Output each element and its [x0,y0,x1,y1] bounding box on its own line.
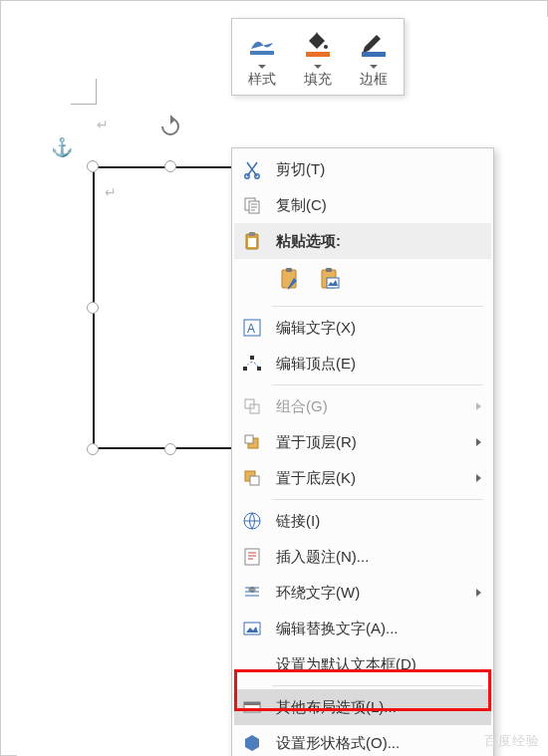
menu-format-shape[interactable]: 设置形状格式(O)... [234,725,491,756]
menu-more-layout[interactable]: 其他布局选项(L)... [234,689,491,725]
menu-label: 编辑文字(X) [276,319,487,338]
submenu-arrow-icon [476,589,481,597]
rectangle-shape[interactable] [93,166,248,449]
mini-toolbar: 样式 填充 边框 [231,18,405,96]
resize-handle[interactable] [87,302,99,314]
menu-label: 其他布局选项(L)... [276,698,487,717]
fill-label: 填充 [304,71,332,89]
menu-label: 剪切(T) [276,160,487,179]
send-back-icon [238,464,266,492]
menu-edit-points[interactable]: 编辑顶点(E) [234,346,491,381]
menu-group: 组合(G) [234,388,491,424]
shape-fill-button[interactable]: 填充 [290,23,346,91]
cut-icon [238,155,266,183]
submenu-arrow-icon [476,438,481,446]
menu-edit-text[interactable]: A 编辑文字(X) [234,310,491,346]
svg-point-1 [324,45,328,49]
svg-rect-10 [248,238,256,247]
menu-alt-text[interactable]: 编辑替换文字(A)... [234,611,491,646]
menu-label: 编辑顶点(E) [276,355,487,374]
anchor-icon: ⚓ [51,136,73,158]
menu-label: 置于顶层(R) [276,433,476,452]
rotate-handle-icon[interactable] [158,115,182,138]
svg-rect-24 [245,435,253,443]
margin-corner [71,79,97,105]
menu-separator [272,499,483,500]
paste-icon [238,227,266,255]
dropdown-icon [370,65,378,69]
group-icon [238,392,266,420]
resize-handle[interactable] [87,160,99,172]
outline-label: 边框 [360,71,388,89]
svg-rect-0 [250,51,274,55]
style-icon [242,27,282,61]
svg-rect-2 [306,52,330,57]
svg-rect-20 [250,356,254,360]
dropdown-icon [314,65,322,69]
shape-outline-button[interactable]: 边框 [346,23,402,91]
paste-as-picture-button[interactable] [314,263,348,297]
submenu-arrow-icon [476,402,481,410]
menu-label: 环绕文字(W) [276,584,476,603]
menu-label: 复制(C) [276,196,487,215]
menu-label: 链接(I) [276,512,487,531]
svg-rect-29 [244,623,260,634]
menu-label: 组合(G) [276,397,476,416]
outline-icon [354,27,394,61]
caption-icon [238,543,266,571]
layout-icon [238,693,266,721]
menu-default-textbox[interactable]: 设置为默认文本框(D) [234,646,491,682]
bring-front-icon [238,428,266,456]
menu-cut[interactable]: 剪切(T) [234,151,491,187]
menu-link[interactable]: 链接(I) [234,503,491,539]
menu-label: 编辑替换文字(A)... [276,620,487,638]
format-shape-icon [238,729,266,756]
svg-rect-12 [286,268,292,272]
menu-label: 设置形状格式(O)... [276,734,487,753]
svg-rect-26 [250,476,259,485]
svg-rect-15 [327,278,339,288]
alt-text-icon [238,615,266,642]
blank-icon [238,650,266,678]
style-label: 样式 [248,71,276,89]
edit-points-icon [238,350,266,378]
menu-label: 粘贴选项: [276,232,487,251]
menu-label: 置于底层(K) [276,469,476,488]
menu-bring-front[interactable]: 置于顶层(R) [234,424,491,460]
paste-gallery [234,259,491,303]
svg-rect-14 [326,268,332,272]
paragraph-mark-icon: ↵ [97,117,109,132]
svg-rect-18 [243,367,247,371]
menu-label: 插入题注(N)... [276,548,487,567]
selected-shape[interactable]: ↵ [93,166,248,449]
copy-icon [238,191,266,219]
menu-copy[interactable]: 复制(C) [234,187,491,223]
paste-keep-formatting-button[interactable] [274,263,308,297]
menu-paste-options-header: 粘贴选项: [234,223,491,259]
menu-separator [272,685,483,686]
svg-rect-31 [244,702,260,705]
wrap-text-icon [238,579,266,607]
menu-wrap-text[interactable]: 环绕文字(W) [234,575,491,611]
context-menu: 剪切(T) 复制(C) 粘贴选项: A 编辑文字(X) 编辑顶点(E) [231,147,494,756]
svg-rect-9 [249,232,255,236]
menu-insert-caption[interactable]: 插入题注(N)... [234,539,491,575]
submenu-arrow-icon [476,474,481,482]
menu-separator [272,384,483,385]
dropdown-icon [258,65,266,69]
paragraph-mark-icon: ↵ [105,184,117,200]
menu-separator [272,306,483,307]
fill-icon [298,27,338,61]
resize-handle[interactable] [164,443,176,455]
resize-handle[interactable] [87,443,99,455]
menu-label: 设置为默认文本框(D) [276,655,487,674]
shape-style-button[interactable]: 样式 [234,23,290,91]
menu-send-back[interactable]: 置于底层(K) [234,460,491,496]
edit-text-icon: A [238,314,266,342]
svg-rect-19 [257,367,261,371]
resize-handle[interactable] [164,160,176,172]
svg-rect-28 [245,549,259,565]
svg-text:A: A [247,322,255,336]
link-icon [238,507,266,535]
svg-rect-3 [362,52,386,57]
